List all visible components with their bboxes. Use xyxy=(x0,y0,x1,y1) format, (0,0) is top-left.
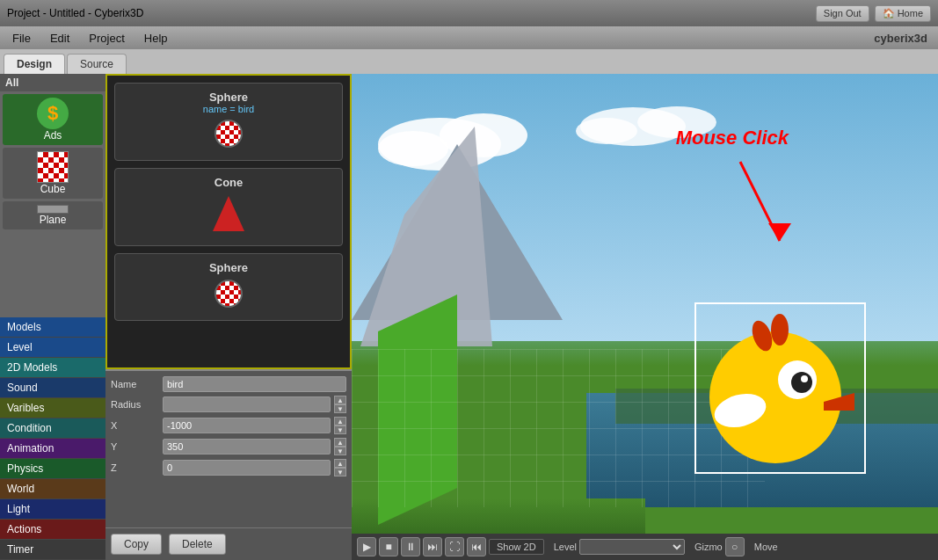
y-arrows: ▲ ▼ xyxy=(334,438,346,455)
svg-point-5 xyxy=(576,118,637,144)
brand-label: cyberix3d xyxy=(874,32,934,45)
main-content: All $ Ads Cube Plane Models Level 2D Mod… xyxy=(0,74,938,560)
sidebar-item-condition[interactable]: Condition xyxy=(0,418,105,439)
gizmo-toggle[interactable]: ○ xyxy=(725,537,745,556)
x-row: X ▲ ▼ xyxy=(111,417,346,434)
svg-point-11 xyxy=(801,375,808,382)
z-input[interactable] xyxy=(163,460,331,476)
sidebar-item-timer[interactable]: Timer xyxy=(0,540,105,560)
move-label: Move xyxy=(754,542,778,552)
x-up-button[interactable]: ▲ xyxy=(334,417,346,425)
menu-project[interactable]: Project xyxy=(80,30,133,47)
vp-object-sphere2[interactable]: Sphere xyxy=(114,253,343,321)
menu-edit[interactable]: Edit xyxy=(41,30,78,47)
sidebar-item-actions[interactable]: Actions xyxy=(0,520,105,540)
cone-icon-1 xyxy=(213,196,244,231)
y-input[interactable] xyxy=(163,439,331,455)
dollar-icon: $ xyxy=(37,98,69,129)
svg-point-15 xyxy=(771,314,789,345)
z-down-button[interactable]: ▼ xyxy=(334,468,346,476)
y-label: Y xyxy=(111,441,159,452)
tab-source[interactable]: Source xyxy=(67,54,127,74)
fullscreen-button[interactable]: ⛶ xyxy=(445,537,464,556)
z-arrows: ▲ ▼ xyxy=(334,459,346,476)
sidebar-item-world[interactable]: World xyxy=(0,479,105,499)
sidebar-item-sound[interactable]: Sound xyxy=(0,378,105,398)
delete-button[interactable]: Delete xyxy=(169,534,226,555)
bird-character xyxy=(692,305,859,472)
category-list: Models Level 2D Models Sound Varibles Co… xyxy=(0,317,105,560)
stop-button[interactable]: ■ xyxy=(379,537,398,556)
plane-icon xyxy=(37,205,69,214)
name-input[interactable] xyxy=(163,376,346,392)
z-row: Z ▲ ▼ xyxy=(111,459,346,476)
play-button[interactable]: ▶ xyxy=(357,537,376,556)
name-row: Name xyxy=(111,376,346,392)
sidebar-item-models[interactable]: Models xyxy=(0,317,105,338)
sphere-icon-2 xyxy=(215,280,243,308)
sidebar-item-2dmodels[interactable]: 2D Models xyxy=(0,358,105,378)
left-sidebar: All $ Ads Cube Plane Models Level 2D Mod… xyxy=(0,74,105,560)
sidebar-item-cube[interactable]: Cube xyxy=(3,148,103,199)
menubar: File Edit Project Help cyberix3d xyxy=(0,26,938,49)
radius-down-button[interactable]: ▼ xyxy=(334,404,346,413)
radius-input[interactable] xyxy=(163,396,331,412)
show2d-button[interactable]: Show 2D xyxy=(489,539,544,555)
sidebar-item-cube-label: Cube xyxy=(40,183,66,195)
object-list: $ Ads Cube Plane xyxy=(0,91,105,317)
svg-point-10 xyxy=(791,372,812,393)
x-down-button[interactable]: ▼ xyxy=(334,425,346,434)
y-down-button[interactable]: ▼ xyxy=(334,447,346,455)
svg-marker-17 xyxy=(768,223,791,241)
x-arrows: ▲ ▼ xyxy=(334,417,346,434)
tab-design[interactable]: Design xyxy=(4,54,65,74)
menu-help[interactable]: Help xyxy=(135,30,177,47)
sidebar-item-varibles[interactable]: Varibles xyxy=(0,398,105,418)
vp-obj-name-1: Sphere xyxy=(209,91,248,104)
titlebar-buttons: Sign Out 🏠 Home xyxy=(816,5,931,22)
name-label: Name xyxy=(111,379,159,389)
bottom-buttons: Copy Delete xyxy=(105,527,352,560)
level-select[interactable] xyxy=(579,539,685,555)
vp-object-sphere1[interactable]: Sphere name = bird xyxy=(114,83,343,161)
toolbar-bottom: ▶ ■ ⏸ ⏭ ⛶ ⏮ Show 2D Level Gizmo ○ Move xyxy=(352,534,938,560)
mouse-click-label: Mouse Click xyxy=(676,127,789,149)
menu-file[interactable]: File xyxy=(4,30,40,47)
viewport-scroll[interactable]: Sphere name = bird Cone Sphere xyxy=(107,76,350,367)
vp-obj-name-3: Sphere xyxy=(209,261,248,274)
sign-out-button[interactable]: Sign Out xyxy=(816,5,869,22)
cube-icon xyxy=(37,151,69,183)
sphere-icon-1 xyxy=(215,120,243,148)
sidebar-item-level[interactable]: Level xyxy=(0,338,105,358)
z-label: Z xyxy=(111,462,159,473)
sidebar-item-light[interactable]: Light xyxy=(0,499,105,520)
all-label: All xyxy=(0,74,105,91)
vp-obj-sub-1: name = bird xyxy=(203,104,254,114)
radius-arrows: ▲ ▼ xyxy=(334,396,346,413)
svg-point-8 xyxy=(709,331,841,463)
sidebar-item-ads[interactable]: $ Ads xyxy=(3,94,103,145)
mouse-click-arrow xyxy=(731,153,802,258)
tabbar: Design Source xyxy=(0,49,938,74)
step-button[interactable]: ⏭ xyxy=(423,537,442,556)
z-up-button[interactable]: ▲ xyxy=(334,459,346,468)
vp-object-cone[interactable]: Cone xyxy=(114,168,343,246)
sidebar-item-ads-label: Ads xyxy=(44,129,62,142)
radius-row: Radius ▲ ▼ xyxy=(111,396,346,413)
x-input[interactable] xyxy=(163,418,331,433)
home-button[interactable]: 🏠 Home xyxy=(875,5,931,22)
props-panel: Name Radius ▲ ▼ X ▲ ▼ Y xyxy=(105,369,352,527)
viewport-3d[interactable]: Mouse Click ▶ ■ ⏸ ⏭ ⛶ ⏮ Show 2D Level Gi… xyxy=(352,74,938,560)
home-icon: 🏠 xyxy=(883,8,895,19)
level-label: Level xyxy=(554,542,577,552)
sidebar-item-plane[interactable]: Plane xyxy=(3,201,103,229)
sidebar-item-plane-label: Plane xyxy=(40,214,67,226)
pause-button[interactable]: ⏸ xyxy=(401,537,420,556)
y-up-button[interactable]: ▲ xyxy=(334,438,346,447)
radius-up-button[interactable]: ▲ xyxy=(334,396,346,404)
copy-button[interactable]: Copy xyxy=(111,534,162,555)
sidebar-item-animation[interactable]: Animation xyxy=(0,439,105,459)
y-row: Y ▲ ▼ xyxy=(111,438,346,455)
rewind-button[interactable]: ⏮ xyxy=(467,537,486,556)
sidebar-item-physics[interactable]: Physics xyxy=(0,459,105,479)
